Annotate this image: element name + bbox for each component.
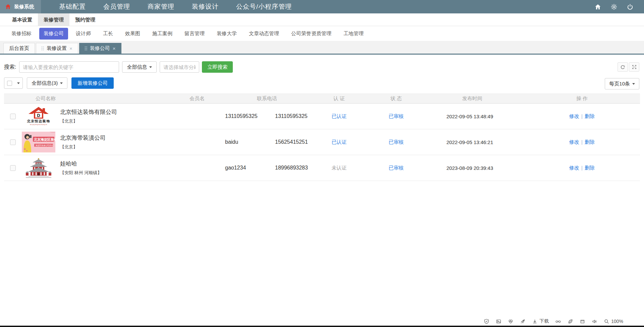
- search-input[interactable]: [19, 61, 119, 73]
- review-status[interactable]: 已审核: [358, 113, 434, 120]
- select-all-dropdown[interactable]: [4, 77, 23, 89]
- menu3-articles[interactable]: 文章动态管理: [245, 28, 283, 40]
- main-content: 搜索: 全部信息 立即搜索: [0, 55, 644, 181]
- menu3-renderings[interactable]: 效果图: [121, 28, 145, 40]
- companies-table: 公司名称 会员名 联系电话 认 证 状 态 发布时间 操 作 D: [4, 93, 640, 181]
- gear-icon[interactable]: [611, 4, 617, 10]
- edit-link[interactable]: 修改: [569, 165, 579, 171]
- tab-reservation-management[interactable]: 预约管理: [69, 13, 101, 26]
- count-filter-dropdown[interactable]: 全部信息(3): [27, 77, 67, 89]
- menu3-companies[interactable]: 装修公司: [39, 28, 68, 40]
- menu-item-members[interactable]: 会员管理: [95, 0, 139, 13]
- menu3-designers[interactable]: 设计师: [71, 28, 95, 40]
- page-tab-label: 装修公司: [90, 45, 110, 52]
- refresh-icon: [620, 65, 625, 70]
- company-location: 【北京】: [60, 118, 117, 124]
- boost-button[interactable]: [520, 319, 526, 324]
- close-icon[interactable]: ×: [69, 46, 72, 51]
- row-checkbox[interactable]: [10, 139, 16, 145]
- contact-phone: 15625415251: [256, 139, 320, 145]
- menu-item-design[interactable]: 装修设计: [183, 0, 227, 13]
- zoom-control[interactable]: 100%: [604, 319, 623, 324]
- menu-item-basic-config[interactable]: 基础配置: [50, 0, 95, 13]
- cert-status: 未认证: [320, 165, 358, 171]
- add-company-button[interactable]: 新增装修公司: [71, 77, 114, 89]
- header-member: 会员名: [186, 95, 256, 102]
- download-label: 下载: [539, 318, 549, 324]
- toolbar: 全部信息(3) 新增装修公司 每页10条: [4, 77, 640, 89]
- reading-mode-button[interactable]: [555, 319, 561, 324]
- review-status[interactable]: 已审核: [358, 139, 434, 145]
- screen-bottom-edge: [0, 326, 644, 327]
- menu3-messages[interactable]: 留言管理: [180, 28, 209, 40]
- page-tab-home[interactable]: 后台首页: [3, 43, 35, 54]
- row-checkbox[interactable]: [10, 114, 16, 119]
- chevron-down-icon: [632, 83, 635, 85]
- health-mode-button[interactable]: [508, 319, 514, 324]
- search-submit-button[interactable]: 立即搜索: [202, 61, 233, 73]
- edit-link[interactable]: 修改: [569, 113, 579, 119]
- city-select-input[interactable]: [160, 61, 199, 73]
- row-actions: 修改|删除: [524, 113, 640, 120]
- shield-icon: [484, 319, 489, 324]
- publish-time: 2023-08-09 20:39:43: [434, 165, 524, 171]
- page-size-dropdown[interactable]: 每页10条: [605, 78, 639, 89]
- menu3-foremen[interactable]: 工长: [99, 28, 117, 40]
- power-icon[interactable]: [627, 4, 633, 10]
- header-cert: 认 证: [320, 95, 358, 102]
- screenshot-button[interactable]: [496, 319, 501, 324]
- cert-status[interactable]: 已认证: [320, 139, 358, 145]
- sound-button[interactable]: [592, 319, 597, 324]
- menu-item-wechat[interactable]: 公众号/小程序管理: [227, 0, 301, 13]
- home-icon[interactable]: [595, 4, 601, 10]
- cert-status[interactable]: 已认证: [320, 113, 358, 120]
- refresh-button[interactable]: [618, 62, 628, 72]
- company-location: 【安阳 林州 河顺镇】: [60, 170, 102, 176]
- security-shield-button[interactable]: [484, 319, 489, 324]
- select-all-checkbox[interactable]: [7, 81, 12, 86]
- window-mode-button[interactable]: [580, 319, 585, 324]
- page-tab-settings[interactable]: 装修设置 ×: [36, 43, 78, 54]
- main-menu: 基础配置 会员管理 商家管理 装修设计 公众号/小程序管理: [50, 0, 301, 13]
- svg-text:海淀区装修公司排名: 海淀区装修公司排名: [36, 144, 53, 147]
- review-status[interactable]: 已审核: [358, 165, 434, 171]
- page-tab-companies[interactable]: 装修公司 ×: [79, 43, 121, 54]
- divider: |: [581, 139, 583, 145]
- publish-time: 2022-09-05 13:46:21: [434, 139, 524, 145]
- count-filter-label: 全部信息(3): [32, 80, 58, 86]
- compat-mode-button[interactable]: [568, 319, 573, 324]
- panel-corner-buttons: [618, 62, 639, 72]
- download-button[interactable]: 下载: [532, 318, 549, 324]
- svg-text:bei jing heng da zhuang shi: bei jing heng da zhuang shi: [30, 124, 47, 125]
- delete-link[interactable]: 删除: [585, 165, 595, 171]
- member-name: baidu: [186, 139, 256, 145]
- image-icon: [496, 319, 501, 324]
- app-logo[interactable]: 装修系统: [0, 0, 41, 13]
- tab-decoration-management[interactable]: 装修管理: [38, 13, 69, 26]
- table-row: 娃哈哈 【安阳 林州 河顺镇】 gao1234 18996893283 未认证 …: [4, 155, 640, 181]
- menu3-university[interactable]: 装修大学: [212, 28, 241, 40]
- magnifier-icon: [604, 319, 609, 324]
- drag-grip-icon: [85, 47, 87, 50]
- row-checkbox[interactable]: [10, 165, 16, 171]
- menu3-bidding[interactable]: 装修招标: [7, 28, 36, 40]
- menu-item-merchants[interactable]: 商家管理: [139, 0, 183, 13]
- browser-status-bar: 下载 100%: [0, 317, 644, 326]
- tab-basic-settings[interactable]: 基本设置: [6, 13, 38, 26]
- app-title: 装修系统: [14, 4, 34, 10]
- edit-link[interactable]: 修改: [569, 139, 579, 145]
- delete-link[interactable]: 删除: [585, 113, 595, 119]
- delete-link[interactable]: 删除: [585, 139, 595, 145]
- fullscreen-button[interactable]: [629, 62, 639, 72]
- menu3-sites[interactable]: 工地管理: [339, 28, 368, 40]
- page-size-label: 每页10条: [609, 81, 630, 87]
- header-phone: 联系电话: [256, 95, 320, 102]
- heart-icon: [508, 319, 514, 324]
- header-publish-time: 发布时间: [434, 95, 524, 102]
- info-filter-dropdown[interactable]: 全部信息: [122, 61, 157, 73]
- speaker-icon: [592, 319, 597, 324]
- page-tab-label: 装修设置: [47, 45, 67, 52]
- menu3-cases[interactable]: 施工案例: [148, 28, 177, 40]
- close-icon[interactable]: ×: [113, 46, 116, 51]
- menu3-honors[interactable]: 公司荣誉资质管理: [287, 28, 336, 40]
